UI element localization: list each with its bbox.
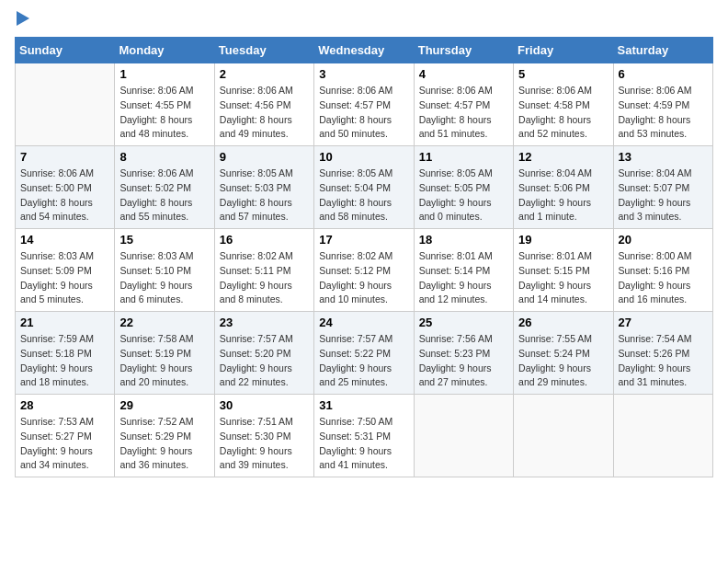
day-info: Sunrise: 8:05 AMSunset: 5:05 PMDaylight:… [419, 167, 508, 224]
day-number: 2 [220, 67, 309, 81]
day-number: 23 [220, 316, 309, 329]
day-info: Sunrise: 8:02 AMSunset: 5:12 PMDaylight:… [319, 249, 408, 307]
day-number: 7 [20, 150, 109, 164]
day-number: 10 [319, 150, 408, 164]
calendar-cell: 11Sunrise: 8:05 AMSunset: 5:05 PMDayligh… [414, 146, 513, 229]
calendar-cell: 4Sunrise: 8:06 AMSunset: 4:57 PMDaylight… [414, 63, 513, 146]
day-info: Sunrise: 8:06 AMSunset: 4:55 PMDaylight:… [119, 84, 209, 142]
day-info: Sunrise: 8:01 AMSunset: 5:14 PMDaylight:… [419, 249, 508, 307]
week-row-3: 14Sunrise: 8:03 AMSunset: 5:09 PMDayligh… [16, 229, 713, 312]
calendar-cell: 17Sunrise: 8:02 AMSunset: 5:12 PMDayligh… [314, 229, 414, 312]
day-info: Sunrise: 8:04 AMSunset: 5:07 PMDaylight:… [619, 167, 708, 224]
logo-arrow-icon [17, 11, 29, 26]
calendar-cell: 21Sunrise: 7:59 AMSunset: 5:18 PMDayligh… [16, 312, 115, 395]
day-info: Sunrise: 7:55 AMSunset: 5:24 PMDaylight:… [518, 332, 608, 390]
calendar-cell [16, 63, 115, 146]
calendar-table: SundayMondayTuesdayWednesdayThursdayFrid… [15, 37, 713, 477]
calendar-cell: 5Sunrise: 8:06 AMSunset: 4:58 PMDaylight… [514, 63, 613, 146]
day-info: Sunrise: 7:56 AMSunset: 5:23 PMDaylight:… [419, 332, 508, 390]
calendar-cell: 16Sunrise: 8:02 AMSunset: 5:11 PMDayligh… [214, 229, 313, 312]
page-header [15, 15, 713, 26]
column-header-thursday: Thursday [414, 38, 513, 63]
day-info: Sunrise: 8:06 AMSunset: 4:57 PMDaylight:… [419, 84, 508, 142]
day-info: Sunrise: 8:00 AMSunset: 5:16 PMDaylight:… [619, 249, 708, 307]
day-number: 16 [220, 233, 309, 247]
week-row-4: 21Sunrise: 7:59 AMSunset: 5:18 PMDayligh… [16, 312, 713, 395]
day-number: 26 [518, 316, 608, 329]
calendar-cell: 8Sunrise: 8:06 AMSunset: 5:02 PMDaylight… [115, 146, 214, 229]
day-info: Sunrise: 8:03 AMSunset: 5:10 PMDaylight:… [119, 249, 209, 307]
day-number: 9 [220, 150, 309, 164]
day-number: 4 [419, 67, 508, 81]
day-number: 21 [20, 316, 109, 329]
logo [15, 15, 29, 26]
day-info: Sunrise: 7:51 AMSunset: 5:30 PMDaylight:… [220, 415, 309, 473]
calendar-cell: 23Sunrise: 7:57 AMSunset: 5:20 PMDayligh… [214, 312, 313, 395]
day-info: Sunrise: 8:01 AMSunset: 5:15 PMDaylight:… [518, 249, 608, 307]
day-number: 20 [619, 233, 708, 247]
calendar-cell: 22Sunrise: 7:58 AMSunset: 5:19 PMDayligh… [115, 312, 214, 395]
week-row-1: 1Sunrise: 8:06 AMSunset: 4:55 PMDaylight… [16, 63, 713, 146]
calendar-cell: 1Sunrise: 8:06 AMSunset: 4:55 PMDaylight… [115, 63, 214, 146]
day-number: 5 [518, 67, 608, 81]
calendar-cell: 2Sunrise: 8:06 AMSunset: 4:56 PMDaylight… [214, 63, 313, 146]
week-row-5: 28Sunrise: 7:53 AMSunset: 5:27 PMDayligh… [16, 395, 713, 477]
day-number: 27 [619, 316, 708, 329]
column-header-monday: Monday [115, 38, 214, 63]
day-number: 22 [119, 316, 209, 329]
day-info: Sunrise: 7:59 AMSunset: 5:18 PMDaylight:… [20, 332, 109, 390]
day-info: Sunrise: 7:58 AMSunset: 5:19 PMDaylight:… [119, 332, 209, 390]
day-number: 3 [319, 67, 408, 81]
day-info: Sunrise: 7:52 AMSunset: 5:29 PMDaylight:… [119, 415, 209, 473]
calendar-cell: 30Sunrise: 7:51 AMSunset: 5:30 PMDayligh… [214, 395, 313, 477]
day-info: Sunrise: 7:50 AMSunset: 5:31 PMDaylight:… [319, 415, 408, 473]
calendar-cell: 6Sunrise: 8:06 AMSunset: 4:59 PMDaylight… [613, 63, 712, 146]
day-info: Sunrise: 7:57 AMSunset: 5:22 PMDaylight:… [319, 332, 408, 390]
calendar-cell [613, 395, 712, 477]
calendar-cell: 26Sunrise: 7:55 AMSunset: 5:24 PMDayligh… [514, 312, 613, 395]
column-header-tuesday: Tuesday [214, 38, 313, 63]
day-number: 31 [319, 398, 408, 412]
calendar-cell [414, 395, 513, 477]
day-number: 25 [419, 316, 508, 329]
calendar-cell: 12Sunrise: 8:04 AMSunset: 5:06 PMDayligh… [514, 146, 613, 229]
header-row: SundayMondayTuesdayWednesdayThursdayFrid… [16, 38, 713, 63]
day-number: 17 [319, 233, 408, 247]
calendar-cell [514, 395, 613, 477]
day-number: 28 [20, 398, 109, 412]
day-info: Sunrise: 7:57 AMSunset: 5:20 PMDaylight:… [220, 332, 309, 390]
calendar-cell: 7Sunrise: 8:06 AMSunset: 5:00 PMDaylight… [16, 146, 115, 229]
day-info: Sunrise: 8:06 AMSunset: 4:59 PMDaylight:… [619, 84, 708, 142]
day-number: 1 [119, 67, 209, 81]
day-number: 13 [619, 150, 708, 164]
day-info: Sunrise: 8:06 AMSunset: 4:57 PMDaylight:… [319, 84, 408, 142]
day-number: 8 [119, 150, 209, 164]
day-number: 11 [419, 150, 508, 164]
calendar-cell: 18Sunrise: 8:01 AMSunset: 5:14 PMDayligh… [414, 229, 513, 312]
calendar-cell: 31Sunrise: 7:50 AMSunset: 5:31 PMDayligh… [314, 395, 414, 477]
calendar-cell: 15Sunrise: 8:03 AMSunset: 5:10 PMDayligh… [115, 229, 214, 312]
column-header-wednesday: Wednesday [314, 38, 414, 63]
day-info: Sunrise: 8:02 AMSunset: 5:11 PMDaylight:… [220, 249, 309, 307]
day-number: 14 [20, 233, 109, 247]
day-number: 15 [119, 233, 209, 247]
calendar-cell: 20Sunrise: 8:00 AMSunset: 5:16 PMDayligh… [613, 229, 712, 312]
column-header-sunday: Sunday [16, 38, 115, 63]
day-info: Sunrise: 7:54 AMSunset: 5:26 PMDaylight:… [619, 332, 708, 390]
day-number: 12 [518, 150, 608, 164]
calendar-cell: 9Sunrise: 8:05 AMSunset: 5:03 PMDaylight… [214, 146, 313, 229]
calendar-cell: 25Sunrise: 7:56 AMSunset: 5:23 PMDayligh… [414, 312, 513, 395]
day-info: Sunrise: 8:06 AMSunset: 4:56 PMDaylight:… [220, 84, 309, 142]
calendar-cell: 14Sunrise: 8:03 AMSunset: 5:09 PMDayligh… [16, 229, 115, 312]
day-number: 18 [419, 233, 508, 247]
calendar-cell: 29Sunrise: 7:52 AMSunset: 5:29 PMDayligh… [115, 395, 214, 477]
day-info: Sunrise: 8:05 AMSunset: 5:03 PMDaylight:… [220, 167, 309, 224]
calendar-cell: 19Sunrise: 8:01 AMSunset: 5:15 PMDayligh… [514, 229, 613, 312]
day-info: Sunrise: 8:06 AMSunset: 5:02 PMDaylight:… [119, 167, 209, 224]
calendar-cell: 27Sunrise: 7:54 AMSunset: 5:26 PMDayligh… [613, 312, 712, 395]
day-number: 29 [119, 398, 209, 412]
calendar-cell: 10Sunrise: 8:05 AMSunset: 5:04 PMDayligh… [314, 146, 414, 229]
day-number: 6 [619, 67, 708, 81]
day-number: 19 [518, 233, 608, 247]
calendar-cell: 24Sunrise: 7:57 AMSunset: 5:22 PMDayligh… [314, 312, 414, 395]
